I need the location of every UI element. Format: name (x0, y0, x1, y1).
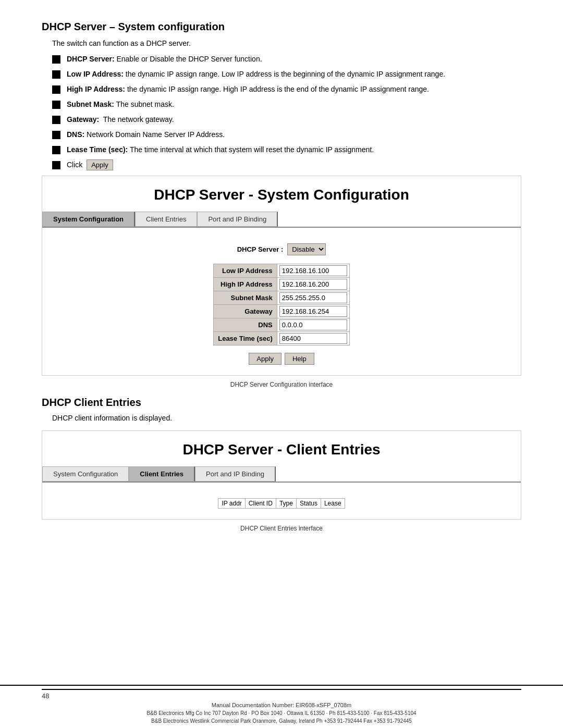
ui2-big-title: DHCP Server - Client Entries (42, 441, 521, 458)
table-row: Gateway (214, 305, 350, 318)
gateway-value (277, 305, 349, 318)
low-ip-label: Low IP Address (214, 264, 277, 278)
col-type: Type (276, 499, 296, 509)
ui-screenshot-1: DHCP Server - System Configuration Syste… (42, 176, 521, 376)
tab-port-ip-binding[interactable]: Port and IP Binding (197, 212, 278, 227)
list-item: Subnet Mask: The subnet mask. (52, 99, 521, 110)
footer-manual: Manual Documentation Number: EIR608-xSFP… (42, 702, 521, 708)
buttons-row: Apply Help (53, 353, 510, 365)
list-item: Low IP Address: the dynamic IP assign ra… (52, 69, 521, 80)
dhcp-server-label: DHCP Server : (237, 245, 284, 253)
col-ip-addr: IP addr (218, 499, 245, 509)
footer: 48 Manual Documentation Number: EIR608-x… (0, 685, 563, 728)
col-lease: Lease (321, 499, 345, 509)
footer-address-1: B&B Electronics Mfg Co Inc 707 Dayton Rd… (42, 709, 521, 717)
tab-port-ip-binding-2[interactable]: Port and IP Binding (195, 466, 276, 482)
table-row: Lease Time (sec) (214, 332, 350, 346)
ui1-big-title: DHCP Server - System Configuration (42, 187, 521, 203)
dns-input[interactable] (279, 319, 347, 330)
tab-system-configuration[interactable]: System Configuration (42, 212, 135, 227)
high-ip-label: High IP Address (214, 278, 277, 291)
gateway-label: Gateway (214, 305, 277, 318)
table-row: High IP Address (214, 278, 350, 291)
dhcp-server-row: DHCP Server : Disable Enable (53, 243, 510, 255)
subnet-mask-input[interactable] (279, 292, 347, 303)
bullet-icon (52, 85, 60, 94)
bullet-icon (52, 55, 60, 64)
client-entries-table: IP addr Client ID Type Status Lease (218, 498, 345, 509)
list-item: DHCP Server: Enable or Disable the DHCP … (52, 54, 521, 65)
list-item: High IP Address: the dynamic IP assign r… (52, 84, 521, 95)
bullet-icon (52, 116, 60, 124)
section2-heading: DHCP Client Entries (42, 397, 521, 409)
low-ip-value (277, 264, 349, 278)
page-number: 48 (42, 692, 49, 700)
list-item: Gateway: The network gateway. (52, 114, 521, 125)
bullet-icon (52, 131, 60, 139)
config-form-table: Low IP Address High IP Address Subnet Ma… (213, 264, 350, 346)
ui2-caption: DHCP Client Entries interface (42, 525, 521, 532)
bullet-icon (52, 101, 60, 109)
section1-intro: The switch can function as a DHCP server… (52, 39, 521, 47)
footer-address-2: B&B Electronics Westlink Commercial Park… (42, 717, 521, 725)
high-ip-value (277, 278, 349, 291)
client-entries-area: IP addr Client ID Type Status Lease (42, 493, 521, 519)
tab-client-entries[interactable]: Client Entries (135, 212, 197, 227)
table-header-row: IP addr Client ID Type Status Lease (218, 499, 345, 509)
tab-bar-2: System Configuration Client Entries Port… (42, 466, 521, 483)
section1-heading: DHCP Server – System configuration (42, 21, 521, 33)
tab-system-configuration-2[interactable]: System Configuration (42, 466, 129, 482)
low-ip-input[interactable] (279, 265, 347, 276)
tab-bar-1: System Configuration Client Entries Port… (42, 212, 521, 228)
list-item-click: Click Apply (52, 159, 521, 170)
footer-divider (42, 689, 521, 690)
bullet-list: DHCP Server: Enable or Disable the DHCP … (52, 54, 521, 170)
config-area: DHCP Server : Disable Enable Low IP Addr… (42, 238, 521, 375)
click-label: Click (67, 161, 82, 169)
section2-intro: DHCP client information is displayed. (52, 414, 521, 422)
bullet-icon (52, 161, 60, 169)
help-button[interactable]: Help (285, 353, 314, 365)
dns-value (277, 318, 349, 332)
high-ip-input[interactable] (279, 279, 347, 290)
col-client-id: Client ID (245, 499, 276, 509)
tab-client-entries-2[interactable]: Client Entries (129, 466, 195, 482)
table-row: Low IP Address (214, 264, 350, 278)
lease-time-value (277, 332, 349, 346)
dhcp-server-select[interactable]: Disable Enable (287, 243, 326, 255)
subnet-mask-label: Subnet Mask (214, 291, 277, 305)
ui1-caption: DHCP Server Configuration interface (42, 381, 521, 388)
bullet-icon (52, 70, 60, 79)
apply-button[interactable]: Apply (249, 353, 282, 365)
gateway-input[interactable] (279, 306, 347, 317)
subnet-mask-value (277, 291, 349, 305)
list-item: DNS: Network Domain Name Server IP Addre… (52, 129, 521, 140)
lease-time-label: Lease Time (sec) (214, 332, 277, 346)
inline-apply-button[interactable]: Apply (87, 159, 113, 170)
lease-time-input[interactable] (279, 333, 347, 344)
bullet-icon (52, 146, 60, 154)
list-item: Lease Time (sec): The time interval at w… (52, 144, 521, 155)
ui-screenshot-2: DHCP Server - Client Entries System Conf… (42, 430, 521, 520)
table-row: Subnet Mask (214, 291, 350, 305)
table-row: DNS (214, 318, 350, 332)
dns-label: DNS (214, 318, 277, 332)
col-status: Status (296, 499, 321, 509)
